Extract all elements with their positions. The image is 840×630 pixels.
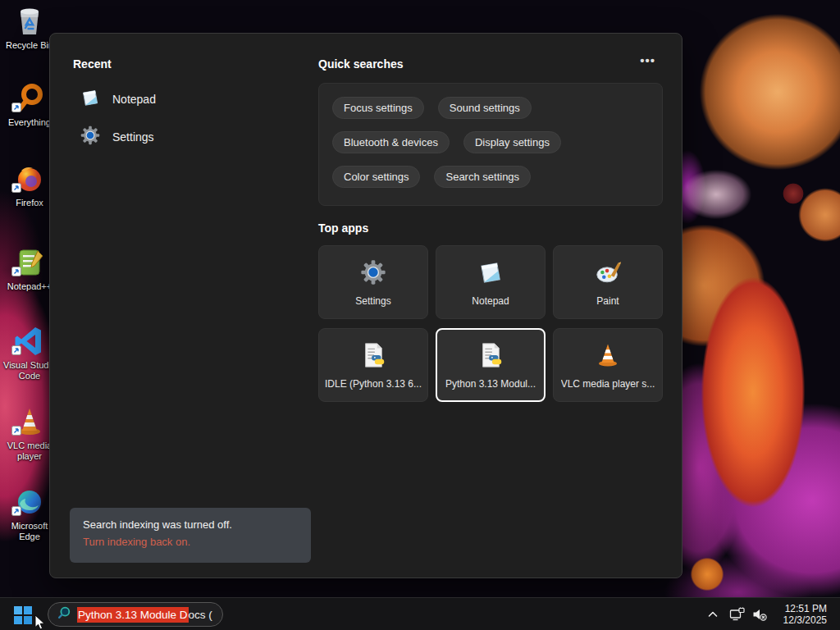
shortcut-arrow-icon [11, 344, 21, 358]
gear-icon [80, 125, 101, 149]
desktop-icon-label: Notepad++ [3, 281, 56, 292]
recycle-bin-icon [13, 5, 46, 38]
tile-vlc[interactable]: VLC media player s... [553, 328, 663, 402]
desktop: Recycle Bin Everything Firefox [0, 0, 840, 630]
desktop-icon-everything[interactable]: Everything [3, 82, 56, 128]
clock-date: 12/3/2025 [783, 614, 827, 626]
tile-label: Python 3.13 Modul... [445, 378, 536, 390]
desktop-icon-recycle-bin[interactable]: Recycle Bin [3, 5, 56, 51]
tile-paint[interactable]: Paint [553, 245, 663, 319]
desktop-icon-firefox[interactable]: Firefox [3, 162, 56, 208]
search-query-selected: Python 3.13 Module D [77, 607, 189, 623]
tile-label: Notepad [472, 295, 509, 307]
search-panel: Recent Notepad [49, 33, 682, 578]
mouse-cursor [34, 615, 48, 630]
top-apps-grid: Settings Notepad [318, 245, 663, 402]
search-icon [57, 605, 71, 623]
desktop-icon-vscode[interactable]: Visual Studio Code [3, 325, 56, 381]
indexing-notice-text: Search indexing was turned off. [83, 518, 298, 531]
shortcut-arrow-icon [11, 504, 21, 519]
indexing-notice: Search indexing was turned off. Turn ind… [70, 508, 311, 563]
tile-idle-python[interactable]: IDLE (Python 3.13 6... [318, 328, 428, 402]
quick-searches-header: Quick searches [318, 57, 404, 71]
tile-python-module-docs[interactable]: Python 3.13 Modul... [436, 328, 546, 402]
recent-header: Recent [73, 57, 112, 71]
desktop-icon-label: Microsoft Edge [3, 521, 56, 542]
recent-item-settings[interactable]: Settings [75, 121, 313, 153]
shortcut-arrow-icon [11, 181, 21, 196]
tile-label: Settings [355, 295, 390, 307]
firefox-icon [13, 162, 46, 195]
vlc-icon [13, 405, 46, 438]
shortcut-arrow-icon [11, 424, 21, 439]
desktop-icon-label: Everything [3, 117, 56, 128]
search-query-rest: ocs ( [189, 609, 212, 621]
search-query-text: Python 3.13 Module Docs ( [77, 609, 212, 621]
vscode-icon [13, 325, 46, 358]
quick-search-pill[interactable]: Sound settings [438, 97, 532, 119]
desktop-icon-edge[interactable]: Microsoft Edge [3, 486, 56, 542]
quick-search-pill[interactable]: Color settings [332, 166, 420, 188]
notepadpp-icon [13, 246, 46, 279]
quick-search-pill[interactable]: Display settings [463, 131, 561, 153]
windows-logo-icon [13, 605, 33, 625]
notepad-icon [80, 87, 101, 112]
edge-icon [13, 486, 46, 518]
tray-network-icon[interactable] [729, 607, 746, 625]
python-document-icon [477, 341, 504, 372]
recent-item-notepad[interactable]: Notepad [75, 83, 313, 116]
notepad-icon [477, 258, 504, 290]
taskbar-search-input[interactable]: Python 3.13 Module Docs ( [48, 602, 223, 627]
python-document-icon [359, 341, 387, 372]
turn-indexing-on-link[interactable]: Turn indexing back on. [83, 536, 298, 548]
gear-icon [359, 258, 387, 290]
tray-volume-muted-icon[interactable] [751, 607, 768, 625]
more-options-button[interactable]: ••• [640, 53, 655, 67]
shortcut-arrow-icon [11, 101, 21, 116]
top-apps-header: Top apps [318, 221, 368, 235]
tile-label: VLC media player s... [561, 378, 655, 390]
tray-chevron-up-icon[interactable] [705, 607, 720, 625]
recent-item-label: Settings [112, 130, 154, 144]
tray-clock[interactable]: 12:51 PM 12/3/2025 [783, 603, 827, 626]
quick-searches-card: Focus settings Sound settings Bluetooth … [318, 83, 663, 206]
desktop-icon-vlc[interactable]: VLC media player [3, 405, 56, 462]
tile-settings[interactable]: Settings [318, 245, 428, 319]
paint-palette-icon [594, 258, 622, 290]
tile-notepad[interactable]: Notepad [436, 245, 546, 319]
recent-item-label: Notepad [112, 93, 156, 106]
desktop-icon-label: VLC media player [3, 441, 56, 462]
desktop-icon-notepad-plus-plus[interactable]: Notepad++ [3, 246, 56, 292]
quick-search-pill[interactable]: Focus settings [332, 97, 424, 119]
everything-icon [13, 82, 46, 115]
tile-label: Paint [596, 295, 619, 307]
shortcut-arrow-icon [11, 265, 21, 280]
start-button[interactable] [13, 605, 33, 625]
desktop-icon-label: Recycle Bin [3, 40, 56, 51]
taskbar: Python 3.13 Module Docs ( 12:51 PM 12/3/… [0, 597, 840, 630]
vlc-cone-icon [594, 341, 622, 372]
quick-search-pill[interactable]: Bluetooth & devices [332, 131, 450, 153]
desktop-icon-label: Firefox [3, 198, 56, 208]
desktop-icon-label: Visual Studio Code [3, 360, 56, 381]
clock-time: 12:51 PM [783, 603, 827, 614]
quick-search-pill[interactable]: Search settings [434, 166, 531, 188]
tile-label: IDLE (Python 3.13 6... [325, 378, 422, 390]
